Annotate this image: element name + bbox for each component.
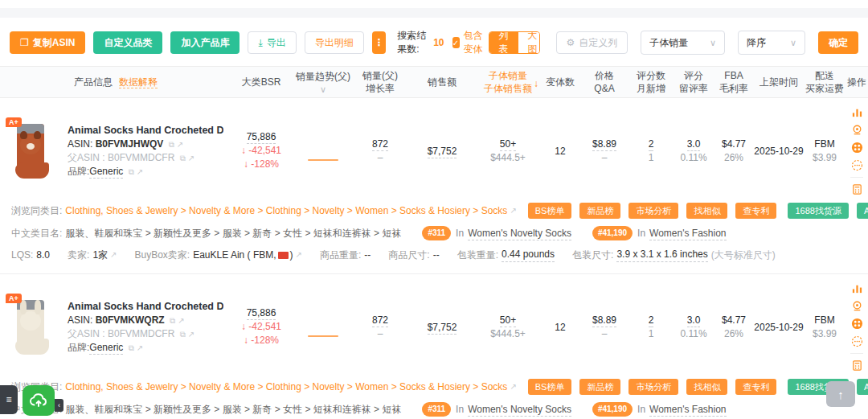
side-widget-button[interactable]: ≡ [0,385,18,414]
header-shipping[interactable]: 配送 买家运费 [804,69,845,95]
sales-chart-icon[interactable] [851,282,863,294]
breadcrumb-links[interactable]: Clothing, Shoes & Jewelry > Novelty & Mo… [65,204,507,217]
sort-field-select[interactable]: 子体销量 ∨ [641,31,725,55]
sales-value[interactable]: 872 [372,138,388,151]
external-link-icon[interactable]: ↗ [137,343,143,352]
rank-category-link[interactable]: Women's Fashion [649,403,726,417]
header-variants[interactable]: 变体数 [540,76,580,89]
header-ratings[interactable]: 评分数 月新增 [628,69,674,95]
external-link-icon[interactable]: ↗ [188,330,194,339]
sort-order-select[interactable]: 降序 ∨ [738,31,805,55]
more-actions-button[interactable]: ⋮ [372,31,387,54]
copy-icon[interactable]: ⧉ [129,167,134,176]
action-badge[interactable]: 市场分析 [628,203,678,219]
more-options-icon[interactable] [851,335,863,347]
header-trend[interactable]: 销量趋势(父) ∨ [294,70,352,95]
rating-value[interactable]: 3.0 [687,314,701,327]
header-score[interactable]: 评分 留评率 [674,69,714,95]
sales-trend-sparkline[interactable] [308,159,338,161]
source-badge[interactable]: Alibaba [857,203,868,219]
rank-category-link[interactable]: Women's Novelty Socks [468,403,571,417]
data-explain-link[interactable]: 数据解释 [119,76,158,88]
product-image[interactable]: A+ [12,121,55,182]
rating-count[interactable]: 2 [649,314,654,327]
revenue-value[interactable]: $7,752 [428,146,457,158]
external-link-icon[interactable]: ↗ [510,204,516,217]
rank-category-link[interactable]: Women's Fashion [649,227,726,240]
confirm-button[interactable]: 确定 [818,31,858,54]
external-link-icon[interactable]: ↗ [177,140,183,149]
monitor-icon[interactable] [851,124,863,136]
action-badge[interactable]: 查专利 [735,203,776,219]
copy-icon[interactable]: ⧉ [180,330,186,339]
header-bsr[interactable]: 大类BSR [228,76,294,89]
brand-value[interactable]: Generic [89,166,123,179]
export-button[interactable]: ⤓ 导出 [248,31,296,54]
asin-value[interactable]: B0FVMJHWQV [96,138,164,150]
price-value[interactable]: $8.89 [592,314,616,327]
back-to-top-button[interactable]: ↑ [826,381,855,407]
parent-asin-value[interactable]: B0FVMMDCFR [108,152,174,163]
asin-value[interactable]: B0FVMKWQRZ [96,314,165,326]
buybox-seller[interactable]: EauKLE Ain ( FBM, [193,249,276,261]
header-date[interactable]: 上架时间 [754,76,804,89]
traffic-source-icon[interactable] [851,142,863,154]
external-link-icon[interactable]: ↗ [178,316,184,325]
custom-columns-button[interactable]: ⚙ 自定义列 [556,31,628,54]
action-badge[interactable]: 市场分析 [628,379,678,395]
brand-value[interactable]: Generic [89,342,123,355]
action-badge[interactable]: 新品榜 [579,203,620,219]
child-sales-value[interactable]: 50+ [500,314,516,327]
product-title[interactable]: Animal Socks Hand Crocheted Double... [68,124,223,138]
header-price[interactable]: 价格 Q&A [580,69,628,95]
external-link-icon[interactable]: ↗ [510,380,516,393]
add-to-library-button[interactable]: 加入产品库 [170,31,240,54]
header-fba[interactable]: FBA 毛利率 [714,69,754,95]
monitor-icon[interactable] [851,300,863,312]
sellers-value[interactable]: 1家 [92,249,108,261]
external-link-icon[interactable]: ↗ [296,249,302,261]
action-badge[interactable]: BS榜单 [528,379,572,395]
product-image[interactable]: A+ [12,297,55,358]
sales-trend-sparkline[interactable] [308,335,338,337]
revenue-value[interactable]: $7,752 [428,322,457,335]
header-sales[interactable]: 销量(父) 增长率 [352,69,408,95]
child-sales-value[interactable]: 50+ [500,138,516,151]
action-badge[interactable]: BS榜单 [528,203,572,219]
view-large-tab[interactable]: 大图 [518,32,540,53]
action-badge[interactable]: 新品榜 [579,379,620,395]
cloud-upload-button[interactable] [23,385,55,416]
external-link-icon[interactable]: ↗ [188,154,194,162]
pkg-dims-value[interactable]: 3.9 x 3.1 x 1.6 inches [616,248,707,262]
copy-icon[interactable]: ⧉ [170,316,175,325]
source-badge[interactable]: Alibaba [857,379,868,395]
copy-icon[interactable]: ⧉ [129,343,134,352]
pkg-weight-value[interactable]: 0.44 pounds [502,248,555,262]
include-variants-checkbox[interactable]: ✓ [452,37,460,48]
action-badge[interactable]: 查专利 [735,379,776,395]
collapse-widget-handle[interactable]: ‹ [55,399,63,412]
source-badge[interactable]: 1688找货源 [788,203,848,219]
calculator-icon[interactable] [851,359,863,372]
parent-asin-value[interactable]: B0FVMMDCFR [108,328,174,339]
external-link-icon[interactable]: ↗ [110,249,117,261]
breadcrumb-links[interactable]: Clothing, Shoes & Jewelry > Novelty & Mo… [65,380,507,393]
header-revenue[interactable]: 销售额 [408,76,476,89]
copy-icon[interactable]: ⧉ [180,154,186,162]
view-list-tab[interactable]: 列表 [489,32,518,53]
custom-category-button[interactable]: 自定义品类 [93,31,162,54]
rank-category-link[interactable]: Women's Novelty Socks [468,227,571,240]
rating-count[interactable]: 2 [649,138,654,151]
rating-value[interactable]: 3.0 [687,138,701,151]
traffic-source-icon[interactable] [851,318,863,330]
sales-chart-icon[interactable] [851,106,863,118]
header-child-sales[interactable]: 子体销量 子体销售额 ↓ [476,69,540,95]
action-badge[interactable]: 找相似 [686,203,727,219]
sales-value[interactable]: 872 [372,314,388,327]
bsr-value[interactable]: 75,886 [247,131,276,144]
calculator-icon[interactable] [851,183,863,195]
external-link-icon[interactable]: ↗ [137,167,143,176]
copy-icon[interactable]: ⧉ [169,140,174,149]
price-value[interactable]: $8.89 [592,138,616,151]
copy-asin-button[interactable]: ❐ 复制ASIN [10,31,85,54]
